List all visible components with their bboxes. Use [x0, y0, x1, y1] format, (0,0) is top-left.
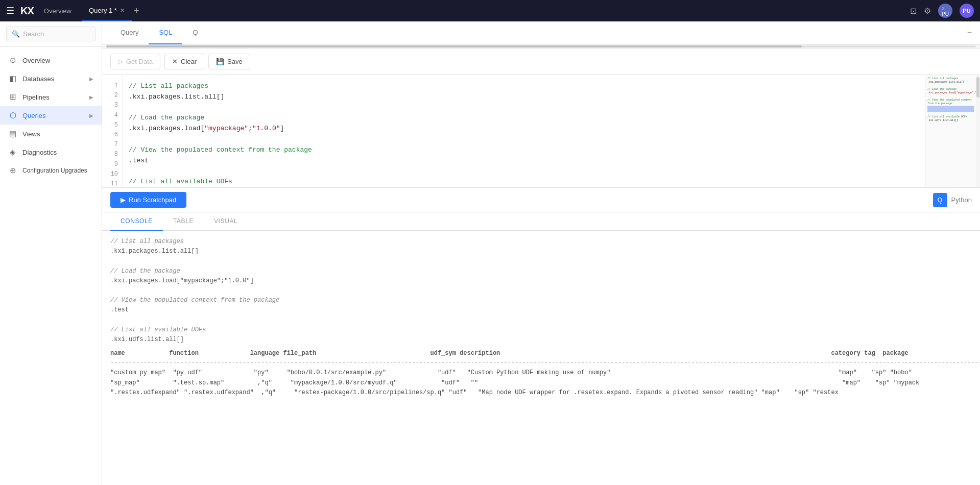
clear-button[interactable]: ✕ Clear	[164, 54, 204, 69]
sidebar-search-area: 🔍 Search	[0, 21, 102, 47]
language-label: Python	[951, 196, 972, 204]
minimap-scrollbar[interactable]	[973, 75, 976, 187]
line-numbers: 12345 67891011	[102, 75, 123, 187]
sidebar-item-label: Diagnostics	[22, 149, 57, 156]
search-placeholder: Search	[23, 30, 44, 38]
sidebar-item-queries[interactable]: ⬡ Queries ▶	[0, 106, 102, 125]
content-tabs: Query SQL Q −	[102, 21, 980, 44]
avatar-initials: 0 PU	[942, 5, 949, 17]
console-tabs: CONSOLE TABLE VISUAL	[102, 212, 980, 231]
table-row: "sp_map" ".test.sp.map" ,"q" "mypackage/…	[110, 378, 972, 388]
table-header: name function language file_path udf_sym…	[110, 349, 972, 358]
minimap-highlight	[927, 106, 974, 112]
settings-icon[interactable]: ⚙	[924, 6, 931, 16]
topbar-tabs: Query 1 * ✕ +	[82, 0, 904, 21]
console-output: // List all packages .kxi.packages.list.…	[102, 231, 980, 485]
clear-label: Clear	[181, 58, 197, 65]
topbar-tab-close[interactable]: ✕	[120, 7, 125, 14]
tab-sql[interactable]: SQL	[149, 21, 182, 44]
editor-toolbar: ▷ Get Data ✕ Clear 💾 Save	[102, 48, 980, 75]
console-tab-console[interactable]: CONSOLE	[110, 212, 163, 231]
collapse-icon[interactable]: −	[967, 28, 972, 37]
main-layout: 🔍 Search ⊙ Overview ◧ Databases ▶ ⊞ Pipe…	[0, 21, 980, 485]
menu-icon[interactable]: ☰	[6, 5, 14, 16]
sidebar-item-label: Databases	[22, 75, 54, 83]
chevron-right-icon: ▶	[89, 113, 93, 118]
run-label: Run Scratchpad	[129, 196, 176, 204]
tab-query[interactable]: Query	[110, 21, 149, 44]
save-icon: 💾	[216, 58, 224, 65]
overview-nav[interactable]: Overview	[44, 7, 71, 15]
sidebar-item-pipelines[interactable]: ⊞ Pipelines ▶	[0, 88, 102, 106]
user-avatar[interactable]: PU	[960, 4, 974, 18]
config-icon: ⊕	[8, 166, 17, 175]
console-tab-table[interactable]: TABLE	[163, 212, 204, 231]
scrollbar-thumb	[976, 77, 979, 98]
close-icon: ✕	[172, 58, 178, 65]
table-separator: ----------------------------------------…	[110, 358, 972, 368]
content-area: Query SQL Q − ▷ Get Data ✕ Clear 💾 Save	[102, 21, 980, 485]
document-icon[interactable]: ⊡	[910, 6, 917, 16]
scrollbar-thumb	[106, 45, 802, 47]
play-icon: ▷	[118, 58, 123, 65]
sidebar-item-label: Overview	[22, 57, 50, 64]
add-tab-button[interactable]: +	[134, 6, 139, 16]
vertical-scrollbar[interactable]	[976, 75, 980, 187]
get-data-label: Get Data	[126, 58, 153, 65]
play-icon: ▶	[121, 196, 126, 204]
chevron-right-icon: ▶	[89, 76, 93, 82]
table-row: "custom_py_map" "py_udf" "py" "bobo/0.0.…	[110, 368, 972, 378]
logo: KX	[20, 5, 34, 17]
run-scratchpad-button[interactable]: ▶ Run Scratchpad	[110, 192, 186, 208]
queries-icon: ⬡	[8, 111, 17, 120]
sidebar-item-label: Pipelines	[22, 93, 50, 101]
minimap: // List all packages .kxi.packages.list.…	[925, 75, 976, 187]
sidebar-nav: ⊙ Overview ◧ Databases ▶ ⊞ Pipelines ▶ ⬡…	[0, 47, 102, 485]
databases-icon: ◧	[8, 74, 17, 83]
topbar: ☰ KX Overview Query 1 * ✕ + ⊡ ⚙ 0 PU PU	[0, 0, 980, 21]
language-badge[interactable]: Q	[933, 193, 947, 207]
table-row: ".restex.udfexpand" ".restex.udfexpand" …	[110, 388, 972, 398]
tab-q[interactable]: Q	[182, 21, 208, 44]
sidebar-item-label: Views	[22, 130, 40, 138]
run-bar: ▶ Run Scratchpad Q Python	[102, 187, 980, 212]
get-data-button[interactable]: ▷ Get Data	[110, 54, 160, 69]
sidebar-item-diagnostics[interactable]: ◈ Diagnostics	[0, 143, 102, 161]
chevron-right-icon: ▶	[89, 94, 93, 100]
console-table: name function language file_path udf_sym…	[110, 349, 972, 398]
topbar-tab-query1[interactable]: Query 1 * ✕	[82, 0, 132, 21]
save-label: Save	[227, 58, 243, 65]
topbar-right: ⊡ ⚙ 0 PU PU	[910, 4, 974, 18]
topbar-tab-label: Query 1 *	[89, 7, 117, 14]
sidebar: 🔍 Search ⊙ Overview ◧ Databases ▶ ⊞ Pipe…	[0, 21, 102, 485]
sidebar-item-overview[interactable]: ⊙ Overview	[0, 51, 102, 69]
minimap-content: // List all packages .kxi.packages.list.…	[925, 75, 976, 125]
search-icon: 🔍	[12, 30, 20, 38]
views-icon: ▤	[8, 129, 17, 138]
sidebar-item-label: Queries	[22, 112, 46, 119]
search-input[interactable]: 🔍 Search	[6, 27, 95, 41]
sidebar-item-configuration-upgrades[interactable]: ⊕ Configuration Upgrades	[0, 161, 102, 180]
pipelines-icon: ⊞	[8, 92, 17, 102]
overview-icon: ⊙	[8, 56, 17, 65]
avatar[interactable]: 0 PU	[938, 4, 952, 18]
code-content[interactable]: // List all packages .kxi.packages.list.…	[123, 75, 925, 187]
console-tab-visual[interactable]: VISUAL	[204, 212, 248, 231]
sidebar-item-databases[interactable]: ◧ Databases ▶	[0, 69, 102, 88]
sidebar-item-label: Configuration Upgrades	[22, 167, 87, 174]
save-button[interactable]: 💾 Save	[208, 54, 250, 69]
sidebar-item-views[interactable]: ▤ Views	[0, 125, 102, 143]
diagnostics-icon: ◈	[8, 148, 17, 157]
code-editor[interactable]: 12345 67891011 // List all packages .kxi…	[102, 75, 980, 187]
horizontal-scrollbar[interactable]	[102, 44, 980, 48]
scrollbar-track	[106, 45, 976, 47]
run-bar-right: Q Python	[933, 193, 972, 207]
